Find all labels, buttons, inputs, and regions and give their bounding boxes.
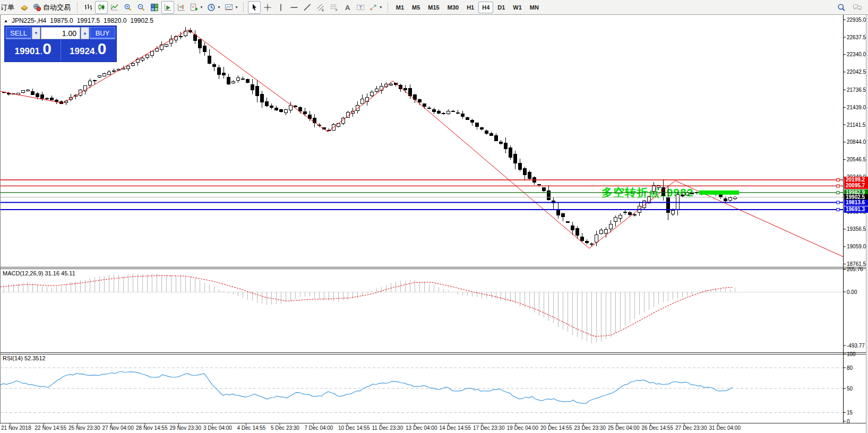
timeframe-m1-button[interactable]: M1	[392, 2, 408, 13]
line-chart-button[interactable]	[108, 1, 121, 14]
zoom-out-button[interactable]	[135, 1, 148, 14]
templates-button[interactable]: ▼	[223, 1, 240, 14]
price-label-19691.3: 19691.3	[844, 206, 868, 213]
svg-text:27 Nov 04:00: 27 Nov 04:00	[102, 425, 134, 431]
timeframe-mn-button[interactable]: MN	[526, 2, 543, 13]
svg-text:T: T	[359, 5, 362, 10]
line-handle[interactable]	[837, 209, 839, 211]
autotrade-toggle-label: 自动交易	[41, 3, 72, 12]
macd-signal-line	[0, 275, 733, 336]
svg-text:20844.0: 20844.0	[847, 139, 866, 145]
buy-price-main: 19924	[70, 46, 94, 57]
buy-price-big-digit: 0	[98, 40, 107, 57]
fibonacci-button[interactable]: F	[328, 1, 340, 14]
timeframe-h4-button[interactable]: H4	[478, 2, 493, 13]
svg-text:100: 100	[847, 351, 856, 357]
indicators-button[interactable]: ▼	[188, 1, 205, 14]
svg-text:14 Dec 14:55: 14 Dec 14:55	[440, 425, 471, 431]
buy-price[interactable]: 19924 . 0	[61, 40, 116, 60]
channel-button[interactable]: E	[314, 1, 327, 14]
svg-text:27 Dec 23:30: 27 Dec 23:30	[675, 425, 707, 431]
svg-text:28 Nov 14:55: 28 Nov 14:55	[136, 425, 168, 431]
cursor-button[interactable]	[248, 1, 261, 14]
macd-histogram	[4, 274, 735, 343]
trendline-icon	[303, 3, 312, 12]
horizontal-line-button[interactable]	[288, 1, 300, 14]
line-handle[interactable]	[837, 191, 839, 194]
svg-text:18761.5: 18761.5	[847, 261, 866, 267]
auto-scroll-icon	[164, 3, 172, 12]
search-button[interactable]	[835, 1, 848, 14]
svg-text:22 Nov 14:55: 22 Nov 14:55	[35, 425, 67, 431]
candlestick-icon	[97, 3, 106, 12]
sell-button[interactable]: SELL	[6, 27, 31, 39]
svg-text:31 Dec 04:00: 31 Dec 04:00	[709, 425, 741, 431]
candlestick-chart-button[interactable]	[95, 1, 108, 14]
label-button[interactable]: T	[354, 1, 367, 14]
svg-text:-493.77: -493.77	[847, 343, 865, 349]
macd-axis-labels: 205.760.00-493.77	[843, 266, 865, 348]
svg-text:A: A	[345, 3, 350, 11]
chat-button[interactable]	[851, 1, 864, 14]
ohlc-low: 19820.0	[104, 17, 126, 24]
buy-button[interactable]: BUY	[90, 27, 115, 39]
buy-price-point: .	[95, 48, 97, 56]
volume-decrease-button[interactable]: ▼	[32, 27, 40, 39]
new-order-button[interactable]	[18, 1, 31, 14]
autotrade-toggle[interactable]: 自动交易	[31, 1, 74, 14]
periods-button[interactable]: ▼	[205, 1, 222, 14]
orders-button[interactable]: 订单	[0, 1, 18, 14]
price-label-19813.6: 19813.6	[844, 200, 868, 206]
time-axis: 21 Nov 201822 Nov 14:5525 Nov 23:3027 No…	[1, 423, 741, 431]
bar-chart-icon	[84, 3, 92, 12]
timeframe-m5-button[interactable]: M5	[408, 2, 424, 13]
toolbar-right	[835, 0, 864, 15]
auto-scroll-button[interactable]	[161, 1, 174, 14]
orders-button-label: 订单	[2, 3, 16, 12]
ohlc-close: 19902.5	[130, 17, 153, 24]
crosshair-button[interactable]	[261, 1, 274, 14]
toolbar-grip	[388, 3, 390, 12]
tile-windows-button[interactable]	[148, 1, 161, 14]
trendline-button[interactable]	[301, 1, 314, 14]
collapse-triangle-icon[interactable]: ▲	[4, 19, 8, 23]
svg-text:29 Nov 23:30: 29 Nov 23:30	[170, 425, 202, 431]
bar-chart-button[interactable]	[82, 1, 94, 14]
highlight-bar[interactable]	[699, 190, 739, 195]
svg-text:19 Dec 04:00: 19 Dec 04:00	[507, 425, 539, 431]
line-handle[interactable]	[837, 179, 839, 181]
price-label-20095.7: 20095.7	[844, 183, 868, 189]
sell-price[interactable]: 19901 . 0	[6, 40, 61, 60]
vertical-line-button[interactable]	[274, 1, 287, 14]
volume-input[interactable]: 1.00	[41, 27, 80, 39]
volume-increase-button[interactable]: ▲	[81, 27, 89, 39]
zoom-in-button[interactable]	[122, 1, 134, 14]
caret-down-icon: ▼	[200, 5, 203, 9]
chart-shift-button[interactable]	[175, 1, 187, 14]
timeframe-m30-button[interactable]: M30	[444, 2, 462, 13]
caret-down-icon: ▼	[235, 5, 238, 9]
ohlc-high: 19917.5	[77, 17, 100, 24]
text-button[interactable]: A	[341, 1, 354, 14]
caret-up-icon: ▲	[83, 31, 87, 36]
chart-canvas: 22935.022637.522340.022042.521736.521439…	[0, 15, 868, 433]
caret-down-icon: ▼	[217, 5, 221, 9]
one-click-top-row: SELL ▼ 1.00 ▲ BUY	[6, 27, 115, 39]
price-axis-ticks: 22935.022637.522340.022042.521736.521439…	[843, 17, 866, 267]
timeframe-w1-button[interactable]: W1	[509, 2, 526, 13]
ohlc-open: 19875.0	[50, 17, 73, 24]
chart-shift-icon	[177, 3, 185, 12]
timeframe-d1-button[interactable]: D1	[494, 2, 509, 13]
rsi-axis-labels: 1008050150	[843, 351, 856, 425]
zigzag-trendline[interactable]	[0, 30, 843, 257]
svg-text:7 Dec 04:00: 7 Dec 04:00	[305, 425, 333, 431]
chat-icon	[853, 3, 862, 12]
toolbar: 订单自动交易▼▼▼EFAT▼M1M5M15M30H1H4D1W1MN	[0, 0, 868, 15]
arrows-button[interactable]: ▼	[367, 1, 384, 14]
timeframe-h1-button[interactable]: H1	[463, 2, 478, 13]
svg-text:15: 15	[847, 410, 853, 415]
one-click-price-row: 19901 . 0 19924 . 0	[6, 40, 115, 60]
timeframe-m15-button[interactable]: M15	[424, 2, 443, 13]
line-handle[interactable]	[837, 201, 839, 204]
line-handle[interactable]	[837, 185, 839, 187]
